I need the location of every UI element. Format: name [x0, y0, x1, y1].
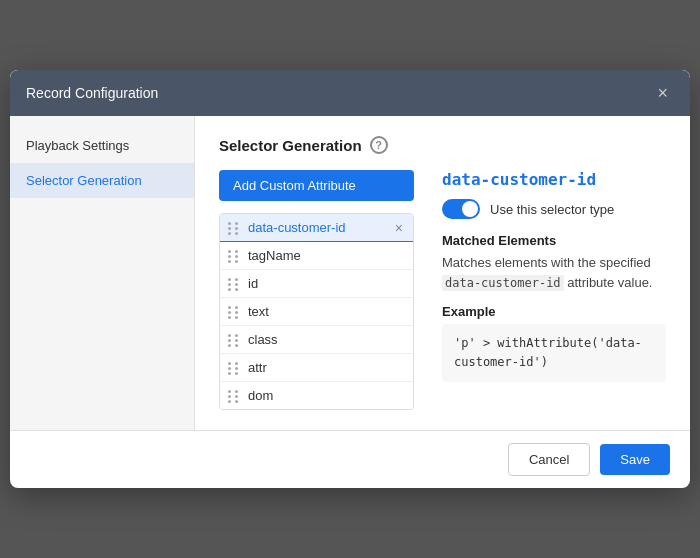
- add-custom-attribute-button[interactable]: Add Custom Attribute: [219, 170, 414, 201]
- drag-handle-icon: [228, 362, 240, 374]
- drag-handle-icon: [228, 390, 240, 402]
- matched-elements-heading: Matched Elements: [442, 233, 666, 248]
- use-selector-toggle[interactable]: [442, 199, 480, 219]
- sidebar-item-selector-generation[interactable]: Selector Generation: [10, 163, 194, 198]
- sidebar: Playback Settings Selector Generation: [10, 116, 195, 430]
- content-area: Add Custom Attribute data-customer-id ×: [219, 170, 666, 410]
- attr-label: text: [248, 304, 405, 319]
- right-panel: data-customer-id Use this selector type …: [434, 170, 666, 410]
- attr-item-id[interactable]: id: [220, 270, 413, 298]
- record-configuration-modal: Record Configuration × Playback Settings…: [10, 70, 690, 488]
- cancel-button[interactable]: Cancel: [508, 443, 590, 476]
- toggle-label: Use this selector type: [490, 202, 614, 217]
- main-content: Selector Generation ? Add Custom Attribu…: [195, 116, 690, 430]
- left-panel: Add Custom Attribute data-customer-id ×: [219, 170, 414, 410]
- attr-label: class: [248, 332, 405, 347]
- help-icon[interactable]: ?: [370, 136, 388, 154]
- toggle-row: Use this selector type: [442, 199, 666, 219]
- matched-elements-section: Matched Elements Matches elements with t…: [442, 233, 666, 292]
- attr-item-data-customer-id[interactable]: data-customer-id ×: [220, 214, 413, 242]
- clear-attr-button[interactable]: ×: [393, 221, 405, 235]
- attr-label: id: [248, 276, 405, 291]
- attr-item-attr[interactable]: attr: [220, 354, 413, 382]
- attr-label: data-customer-id: [248, 220, 393, 235]
- matched-elements-description: Matches elements with the specified data…: [442, 253, 666, 292]
- matched-code: data-customer-id: [442, 275, 564, 291]
- drag-handle-icon: [228, 278, 240, 290]
- matched-text-post: attribute value.: [564, 275, 653, 290]
- sidebar-item-playback-settings[interactable]: Playback Settings: [10, 128, 194, 163]
- matched-text-pre: Matches elements with the specified: [442, 255, 651, 270]
- section-title: Selector Generation: [219, 137, 362, 154]
- section-header: Selector Generation ?: [219, 136, 666, 154]
- drag-handle-icon: [228, 250, 240, 262]
- example-line2: customer-id'): [454, 355, 548, 369]
- attr-label: attr: [248, 360, 405, 375]
- example-line1: 'p' > withAttribute('data-: [454, 336, 642, 350]
- attr-item-text[interactable]: text: [220, 298, 413, 326]
- attr-item-class[interactable]: class: [220, 326, 413, 354]
- modal-header: Record Configuration ×: [10, 70, 690, 116]
- attribute-list: data-customer-id × tagName: [219, 213, 414, 410]
- save-button[interactable]: Save: [600, 444, 670, 475]
- drag-handle-icon: [228, 306, 240, 318]
- drag-handle-icon: [228, 222, 240, 234]
- example-heading: Example: [442, 304, 666, 319]
- modal-close-button[interactable]: ×: [651, 82, 674, 104]
- example-code-box: 'p' > withAttribute('data- customer-id'): [442, 324, 666, 382]
- detail-attr-title: data-customer-id: [442, 170, 666, 189]
- example-section: Example 'p' > withAttribute('data- custo…: [442, 304, 666, 382]
- attr-label: tagName: [248, 248, 405, 263]
- modal-body: Playback Settings Selector Generation Se…: [10, 116, 690, 430]
- attr-item-dom[interactable]: dom: [220, 382, 413, 409]
- attr-label: dom: [248, 388, 405, 403]
- toggle-slider: [442, 199, 480, 219]
- drag-handle-icon: [228, 334, 240, 346]
- modal-footer: Cancel Save: [10, 430, 690, 488]
- modal-title: Record Configuration: [26, 85, 158, 101]
- attr-item-tagname[interactable]: tagName: [220, 242, 413, 270]
